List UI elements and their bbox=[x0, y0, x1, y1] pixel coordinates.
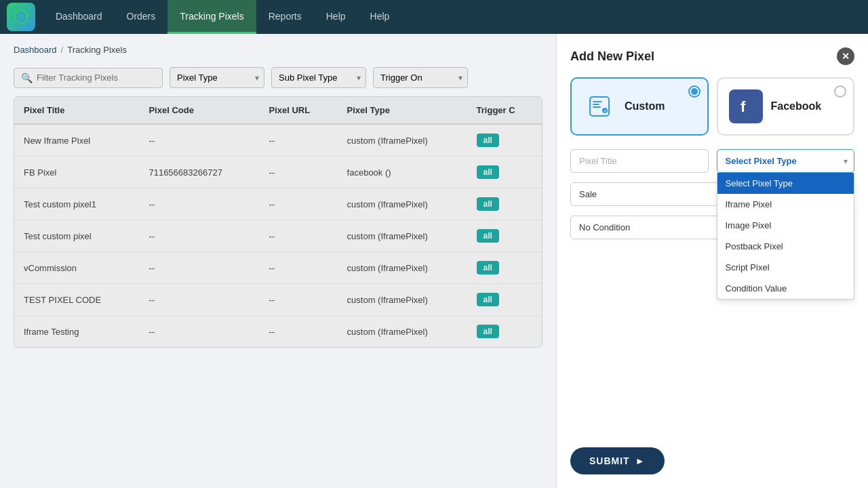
cell-url: -- bbox=[260, 316, 338, 348]
cell-code: -- bbox=[139, 188, 259, 220]
svg-rect-5 bbox=[593, 106, 601, 108]
trigger-badge[interactable]: all bbox=[477, 293, 499, 306]
trigger-badge[interactable]: all bbox=[477, 165, 499, 179]
trigger-badge[interactable]: all bbox=[477, 134, 499, 147]
nav-orders[interactable]: Orders bbox=[115, 0, 168, 34]
dropdown-option-1[interactable]: Iframe Pixel bbox=[717, 194, 854, 215]
cell-url: -- bbox=[260, 284, 338, 316]
svg-rect-4 bbox=[593, 104, 599, 105]
trigger-badge[interactable]: all bbox=[477, 261, 499, 274]
col-pixel-type: Pixel Type bbox=[338, 97, 467, 124]
modal-title: Add New Pixel bbox=[570, 49, 654, 64]
dropdown-option-5[interactable]: Condition Value bbox=[717, 278, 854, 299]
cell-trigger: all bbox=[467, 220, 542, 252]
cell-code: -- bbox=[139, 124, 259, 157]
pixel-type-filter[interactable]: Pixel Type bbox=[170, 67, 264, 88]
facebook-radio bbox=[834, 85, 846, 98]
dropdown-option-3[interactable]: Postback Pixel bbox=[717, 236, 854, 257]
cell-code: -- bbox=[139, 220, 259, 252]
trigger-on-filter-wrap: Trigger On bbox=[373, 67, 468, 88]
custom-icon: ✓ bbox=[583, 89, 616, 123]
submit-arrow-icon: ► bbox=[635, 455, 646, 466]
cell-code: 711656683266727 bbox=[139, 157, 259, 188]
cell-code: -- bbox=[139, 316, 259, 348]
submit-area: SUBMIT ► bbox=[570, 434, 854, 474]
table-row: Test custom pixel -- -- custom (IframePi… bbox=[14, 220, 542, 252]
breadcrumb-home[interactable]: Dashboard bbox=[14, 45, 57, 55]
submit-label: SUBMIT bbox=[589, 455, 630, 466]
cell-type: custom (IframePixel) bbox=[338, 284, 467, 316]
pixel-type-cards: ✓ Custom f Facebook bbox=[570, 77, 854, 136]
table-row: Test custom pixel1 -- -- custom (IframeP… bbox=[14, 188, 542, 220]
search-input[interactable] bbox=[37, 73, 155, 83]
form-row-1: Select Pixel Type Select Pixel Type Ifra… bbox=[570, 149, 854, 173]
main-content: Dashboard / Tracking Pixels 🔍 Pixel Type… bbox=[0, 34, 868, 488]
cell-trigger: all bbox=[467, 157, 542, 188]
select-pixel-type-select[interactable]: Select Pixel Type bbox=[717, 149, 855, 173]
col-trigger: Trigger C bbox=[467, 97, 542, 124]
cell-title: Test custom pixel bbox=[14, 220, 139, 252]
trigger-on-filter[interactable]: Trigger On bbox=[373, 67, 468, 88]
pixels-table: Pixel Title Pixel Code Pixel URL Pixel T… bbox=[14, 97, 542, 347]
pixel-type-select-field: Select Pixel Type Select Pixel Type Ifra… bbox=[717, 149, 855, 173]
table-row: TEST PIXEL CODE -- -- custom (IframePixe… bbox=[14, 284, 542, 316]
trigger-badge[interactable]: all bbox=[477, 325, 499, 338]
breadcrumb: Dashboard / Tracking Pixels bbox=[14, 45, 542, 55]
dropdown-option-0[interactable]: Select Pixel Type bbox=[717, 173, 854, 194]
cell-trigger: all bbox=[467, 316, 542, 348]
sub-pixel-type-filter-wrap: Sub Pixel Type bbox=[271, 67, 366, 88]
select-pixel-type-wrap: Select Pixel Type Select Pixel Type Ifra… bbox=[717, 149, 855, 173]
nav-help-2[interactable]: Help bbox=[358, 0, 402, 34]
app-logo bbox=[7, 3, 35, 31]
facebook-card-label: Facebook bbox=[771, 100, 822, 113]
close-button[interactable]: ✕ bbox=[837, 47, 854, 65]
custom-radio bbox=[688, 85, 701, 98]
pixel-type-filter-wrap: Pixel Type bbox=[170, 67, 264, 88]
facebook-icon: f bbox=[729, 89, 763, 123]
custom-pixel-card[interactable]: ✓ Custom bbox=[570, 77, 709, 136]
breadcrumb-current: Tracking Pixels bbox=[67, 45, 127, 55]
cell-title: Iframe Testing bbox=[14, 316, 139, 348]
cell-type: facebook () bbox=[338, 157, 467, 188]
cell-title: New Iframe Pixel bbox=[14, 124, 139, 157]
sub-pixel-type-filter[interactable]: Sub Pixel Type bbox=[271, 67, 366, 88]
dropdown-option-2[interactable]: Image Pixel bbox=[717, 215, 854, 236]
cell-trigger: all bbox=[467, 252, 542, 284]
trigger-badge[interactable]: all bbox=[477, 229, 499, 243]
svg-text:f: f bbox=[741, 98, 746, 115]
nav-reports[interactable]: Reports bbox=[256, 0, 314, 34]
nav-tracking-pixels[interactable]: Tracking Pixels bbox=[167, 0, 256, 34]
add-pixel-panel: Add New Pixel ✕ ✓ Custom bbox=[556, 34, 868, 488]
custom-card-label: Custom bbox=[625, 100, 665, 113]
cell-code: -- bbox=[139, 284, 259, 316]
trigger-badge[interactable]: all bbox=[477, 197, 499, 211]
nav-items: Dashboard Orders Tracking Pixels Reports… bbox=[43, 0, 401, 34]
svg-rect-8 bbox=[734, 94, 758, 119]
navbar: Dashboard Orders Tracking Pixels Reports… bbox=[0, 0, 868, 34]
cell-url: -- bbox=[260, 188, 338, 220]
submit-button[interactable]: SUBMIT ► bbox=[570, 447, 665, 474]
cell-trigger: all bbox=[467, 124, 542, 157]
cell-type: custom (IframePixel) bbox=[338, 188, 467, 220]
dropdown-option-4[interactable]: Script Pixel bbox=[717, 257, 854, 278]
filters-bar: 🔍 Pixel Type Sub Pixel Type Trigger On bbox=[14, 67, 542, 88]
svg-marker-1 bbox=[18, 13, 25, 22]
pixels-table-container: Pixel Title Pixel Code Pixel URL Pixel T… bbox=[14, 96, 542, 348]
pixel-title-field bbox=[570, 149, 709, 173]
cell-url: -- bbox=[260, 252, 338, 284]
table-row: New Iframe Pixel -- -- custom (IframePix… bbox=[14, 124, 542, 157]
cell-type: custom (IframePixel) bbox=[338, 316, 467, 348]
cell-url: -- bbox=[260, 220, 338, 252]
cell-trigger: all bbox=[467, 188, 542, 220]
nav-dashboard[interactable]: Dashboard bbox=[43, 0, 115, 34]
svg-text:✓: ✓ bbox=[604, 109, 607, 113]
cell-code: -- bbox=[139, 252, 259, 284]
cell-type: custom (IframePixel) bbox=[338, 124, 467, 157]
cell-trigger: all bbox=[467, 284, 542, 316]
facebook-pixel-card[interactable]: f Facebook bbox=[717, 77, 855, 136]
pixel-title-input[interactable] bbox=[570, 149, 709, 173]
search-filter[interactable]: 🔍 bbox=[14, 68, 163, 88]
cell-title: TEST PIXEL CODE bbox=[14, 284, 139, 316]
nav-help-1[interactable]: Help bbox=[314, 0, 358, 34]
col-pixel-title: Pixel Title bbox=[14, 97, 139, 124]
